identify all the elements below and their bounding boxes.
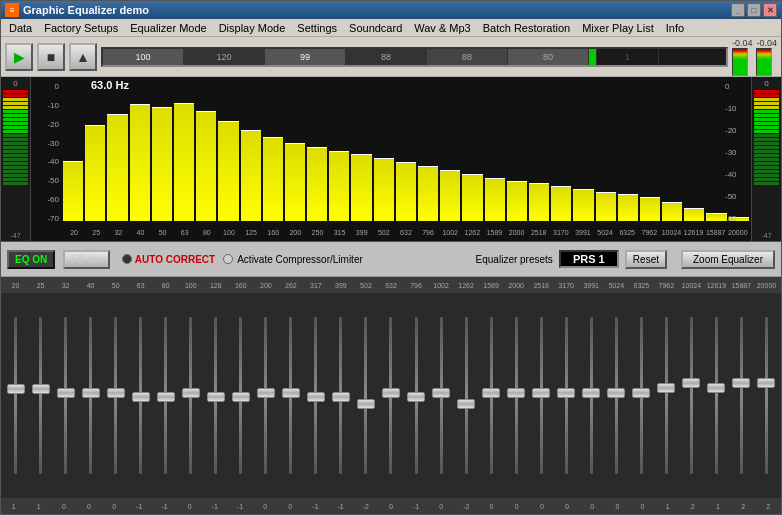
fader-handle-5024[interactable]: [607, 388, 625, 398]
eq-bar-40: [130, 87, 150, 221]
fader-handle-3170[interactable]: [557, 388, 575, 398]
fader-freq-100: 100: [178, 282, 203, 289]
menu-item-batch-restoration[interactable]: Batch Restoration: [477, 21, 576, 35]
fader-handle-12619[interactable]: [707, 383, 725, 393]
fader-freq-200: 200: [253, 282, 278, 289]
fader-handle-7962[interactable]: [657, 383, 675, 393]
toolbar: ▶ ■ ▲ 100 120 99 88 88 80 1 -0.04: [1, 37, 781, 77]
fader-handle-262[interactable]: [282, 388, 300, 398]
fader-handle-50[interactable]: [107, 388, 125, 398]
fader-track-12619: [715, 317, 718, 475]
eq-flat-button[interactable]: EQ flat: [63, 250, 110, 269]
fader-handle-796[interactable]: [407, 392, 425, 402]
play-button[interactable]: ▶: [5, 43, 33, 71]
fader-handle-15887[interactable]: [732, 378, 750, 388]
fader-handle-2000[interactable]: [507, 388, 525, 398]
eq-bar-25: [85, 87, 105, 221]
fader-handle-1589[interactable]: [482, 388, 500, 398]
menu-item-data[interactable]: Data: [3, 21, 38, 35]
fader-channel-1262: [454, 297, 479, 494]
fader-handle-632[interactable]: [382, 388, 400, 398]
fader-db-317: -1: [303, 503, 328, 510]
stop-button[interactable]: ■: [37, 43, 65, 71]
fader-channel-6325: [629, 297, 654, 494]
progress-seg-5: 88: [427, 49, 508, 65]
fader-track-2518: [540, 317, 543, 475]
minimize-btn[interactable]: _: [731, 3, 745, 17]
eject-button[interactable]: ▲: [69, 43, 97, 71]
fader-track-15887: [740, 317, 743, 475]
fader-handle-160[interactable]: [232, 392, 250, 402]
progress-seg-4: 88: [346, 49, 427, 65]
maximize-btn[interactable]: □: [747, 3, 761, 17]
eq-bar-fill-20: [63, 161, 83, 221]
close-btn[interactable]: ✕: [763, 3, 777, 17]
fader-handle-1002[interactable]: [432, 388, 450, 398]
freq-label-12619: 12619: [683, 229, 705, 236]
fader-channel-262: [278, 297, 303, 494]
auto-correct-button[interactable]: AUTO CORRECT: [135, 254, 215, 265]
fader-handle-200[interactable]: [257, 388, 275, 398]
fader-handle-2518[interactable]: [532, 388, 550, 398]
fader-handle-80[interactable]: [157, 392, 175, 402]
fader-handle-63[interactable]: [132, 392, 150, 402]
eq-bar-200: [285, 87, 305, 221]
fader-channel-1589: [479, 297, 504, 494]
fader-freq-317: 317: [303, 282, 328, 289]
fader-freq-5024: 5024: [604, 282, 629, 289]
fader-handle-502[interactable]: [357, 399, 375, 409]
eq-bar-fill-25: [85, 125, 105, 221]
freq-numbers-row: 2025324050638010012816020026231739950263…: [1, 277, 781, 293]
fader-handle-6325[interactable]: [632, 388, 650, 398]
compressor-radio[interactable]: [223, 254, 233, 264]
eq-bar-796: [418, 87, 438, 221]
fader-handle-20000[interactable]: [757, 378, 775, 388]
eq-bar-fill-100: [218, 121, 238, 222]
menu-item-soundcard[interactable]: Soundcard: [343, 21, 408, 35]
menu-item-mixer-play-list[interactable]: Mixer Play List: [576, 21, 660, 35]
fader-handle-25[interactable]: [32, 384, 50, 394]
preset-display[interactable]: PRS 1: [559, 250, 619, 268]
fader-handle-100[interactable]: [182, 388, 200, 398]
fader-handle-40[interactable]: [82, 388, 100, 398]
eq-bar-fill-632: [396, 162, 416, 221]
fader-handle-32[interactable]: [57, 388, 75, 398]
fader-handle-399[interactable]: [332, 392, 350, 402]
menu-item-factory-setups[interactable]: Factory Setups: [38, 21, 124, 35]
auto-correct-radio[interactable]: [122, 254, 132, 264]
menu-item-settings[interactable]: Settings: [291, 21, 343, 35]
fader-freq-1002: 1002: [429, 282, 454, 289]
fader-handle-10024[interactable]: [682, 378, 700, 388]
fader-handle-128[interactable]: [207, 392, 225, 402]
vol-right-label: -0.04: [732, 38, 753, 76]
freq-label-250: 250: [306, 229, 328, 236]
menu-item-equalizer-mode[interactable]: Equalizer Mode: [124, 21, 212, 35]
menu-item-info[interactable]: Info: [660, 21, 690, 35]
eq-on-button[interactable]: EQ ON: [7, 250, 55, 269]
eq-bar-80: [196, 87, 216, 221]
fader-freq-25: 25: [28, 282, 53, 289]
fader-track-63: [139, 317, 142, 475]
eq-bar-50: [152, 87, 172, 221]
eq-bar-fill-250: [307, 147, 327, 221]
fader-track-262: [289, 317, 292, 475]
fader-handle-20[interactable]: [7, 384, 25, 394]
progress-bar[interactable]: 100 120 99 88 88 80 1: [101, 47, 728, 67]
menu-item-wav-&-mp3[interactable]: Wav & Mp3: [408, 21, 476, 35]
eq-bar-32: [107, 87, 127, 221]
eq-bar-502: [374, 87, 394, 221]
presets-label: Equalizer presets: [476, 254, 553, 265]
fader-handle-1262[interactable]: [457, 399, 475, 409]
fader-channel-10024: [679, 297, 704, 494]
eq-bar-100: [218, 87, 238, 221]
fader-track-20: [14, 317, 17, 475]
freq-label-80: 80: [196, 229, 218, 236]
zoom-equalizer-button[interactable]: Zoom Equalizer: [681, 250, 775, 269]
menu-item-display-mode[interactable]: Display Mode: [213, 21, 292, 35]
freq-label-125: 125: [240, 229, 262, 236]
reset-button[interactable]: Reset: [625, 250, 667, 269]
fader-handle-3991[interactable]: [582, 388, 600, 398]
fader-handle-317[interactable]: [307, 392, 325, 402]
fader-channel-5024: [604, 297, 629, 494]
freq-label-15887: 15887: [705, 229, 727, 236]
